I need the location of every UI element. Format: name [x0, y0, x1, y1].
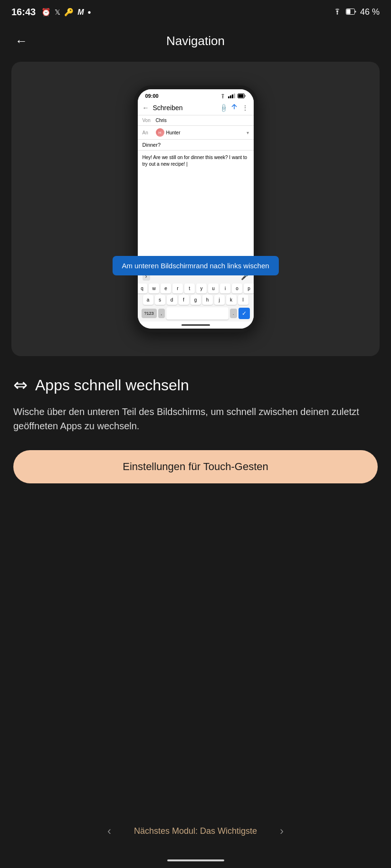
phone-screen: 09:00	[138, 89, 254, 329]
feature-title-row: ⇔ Apps schnell wechseln	[13, 375, 378, 395]
phone-home-indicator	[181, 324, 210, 326]
dot-icon: •	[87, 10, 91, 15]
svg-rect-7	[238, 94, 243, 98]
email-body: Hey! Are we still on for dinner this wee…	[138, 151, 254, 269]
send-icon	[231, 104, 238, 112]
attach-icon: 📎	[219, 103, 229, 113]
key-d[interactable]: d	[167, 295, 177, 305]
key-o[interactable]: o	[232, 283, 242, 293]
virtual-keyboard: › 🎤 q w e r t y u i o p a	[138, 269, 254, 321]
key-a[interactable]: a	[143, 295, 153, 305]
twitter-icon: 𝕏	[55, 8, 60, 17]
key-y[interactable]: y	[196, 283, 207, 293]
key-123[interactable]: ?123	[142, 309, 157, 318]
key-p[interactable]: p	[244, 283, 254, 293]
key-t[interactable]: t	[184, 283, 195, 293]
key-s[interactable]: s	[155, 295, 165, 305]
next-module-label: Nächstes Modul: Das Wichtigste	[134, 826, 257, 836]
battery-icon	[346, 7, 356, 17]
keyboard-row-bottom: ?123 , . ✓	[140, 306, 252, 321]
key-space[interactable]	[166, 307, 229, 320]
page-title: Navigation	[166, 34, 225, 48]
key-h[interactable]: h	[202, 295, 213, 305]
key-j[interactable]: j	[214, 295, 225, 305]
back-button[interactable]: ←	[11, 30, 31, 52]
svg-rect-4	[232, 94, 233, 98]
to-value: Hunter	[166, 130, 181, 135]
key-u[interactable]: u	[208, 283, 219, 293]
key-e[interactable]: e	[161, 283, 171, 293]
phone-wifi-icon	[219, 94, 226, 98]
email-subject: Dinner?	[138, 140, 254, 151]
gmail-icon: M	[77, 8, 84, 17]
key-icon: 🔑	[64, 8, 74, 17]
alarm-icon: ⏰	[41, 8, 51, 17]
from-value: Chris	[156, 118, 167, 123]
phone-mockup: 09:00	[134, 85, 257, 332]
svg-rect-2	[228, 96, 229, 98]
key-g[interactable]: g	[191, 295, 201, 305]
key-q[interactable]: q	[138, 283, 148, 293]
key-r[interactable]: r	[172, 283, 183, 293]
email-title: Schreiben	[153, 104, 220, 112]
swap-icon: ⇔	[13, 375, 28, 395]
status-left: 16:43 ⏰ 𝕏 🔑 M •	[11, 7, 91, 18]
feature-content: ⇔ Apps schnell wechseln Wische über den …	[0, 371, 391, 506]
status-time: 16:43	[11, 7, 36, 18]
checkmark-icon: ✓	[242, 310, 247, 317]
keyboard-row-2: a s d f g h j k l	[140, 295, 252, 305]
wifi-icon	[333, 7, 342, 17]
key-comma[interactable]: ,	[158, 309, 165, 318]
settings-button[interactable]: Einstellungen für Touch-Gesten	[13, 450, 378, 483]
feature-title: Apps schnell wechseln	[35, 377, 189, 394]
demo-container: 09:00	[11, 62, 380, 356]
recipient-avatar: H	[156, 128, 164, 137]
keyboard-row-1: q w e r t y u i o p	[140, 283, 252, 293]
bottom-nav: ‹ Nächstes Modul: Das Wichtigste ›	[0, 813, 391, 849]
svg-rect-1	[346, 9, 350, 14]
phone-signal-icon	[228, 94, 236, 98]
email-back-button: ←	[143, 104, 149, 112]
feature-description: Wische über den unteren Teil des Bildsch…	[13, 405, 378, 433]
from-label: Von	[143, 118, 156, 123]
phone-time: 09:00	[145, 93, 159, 99]
home-indicator	[167, 859, 224, 861]
key-l[interactable]: l	[238, 295, 248, 305]
key-i[interactable]: i	[220, 283, 230, 293]
hint-bubble: Am unteren Bildschirmrand nach links wis…	[112, 256, 278, 275]
email-compose-header: ← Schreiben 📎 ⋮	[138, 101, 254, 115]
status-right: 46 %	[333, 7, 380, 17]
more-icon: ⋮	[242, 104, 249, 112]
key-f[interactable]: f	[179, 295, 189, 305]
prev-nav-button[interactable]: ‹	[104, 821, 115, 841]
key-k[interactable]: k	[226, 295, 237, 305]
svg-rect-3	[230, 95, 231, 98]
phone-status-bar: 09:00	[138, 89, 254, 101]
next-nav-button[interactable]: ›	[276, 821, 287, 841]
to-label: An	[143, 130, 156, 135]
key-enter[interactable]: ✓	[238, 308, 250, 319]
status-bar: 16:43 ⏰ 𝕏 🔑 M •	[0, 0, 391, 22]
email-to-field: An H Hunter ▾	[138, 126, 254, 140]
svg-rect-5	[234, 94, 235, 98]
key-w[interactable]: w	[149, 283, 159, 293]
battery-percent: 46 %	[360, 7, 380, 17]
phone-battery-icon	[238, 94, 246, 98]
phone-bottom-bar	[138, 321, 254, 329]
status-icons: ⏰ 𝕏 🔑 M •	[41, 8, 91, 17]
email-action-buttons: 📎 ⋮	[220, 104, 249, 112]
email-from-field: Von Chris	[138, 115, 254, 126]
app-header: ← Navigation	[0, 22, 391, 62]
phone-status-icons	[219, 94, 246, 98]
to-field-expand-icon: ▾	[247, 130, 249, 135]
key-period[interactable]: .	[230, 309, 237, 318]
